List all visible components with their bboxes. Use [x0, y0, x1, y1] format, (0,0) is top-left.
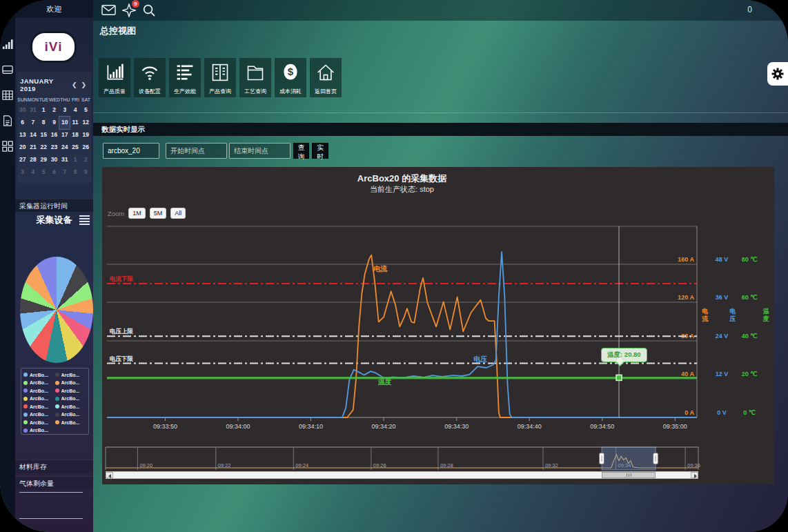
search-icon[interactable]	[143, 4, 155, 19]
calendar-day[interactable]: 22	[39, 141, 49, 154]
legend-item[interactable]: ArcBo...	[55, 371, 87, 379]
tile-process-query[interactable]: 工艺查询	[239, 58, 271, 97]
calendar-day[interactable]: 14	[28, 129, 38, 141]
calendar-day[interactable]: 8	[39, 117, 49, 129]
mail-icon[interactable]	[101, 4, 116, 19]
calendar-day[interactable]: 15	[39, 129, 49, 141]
calendar-day[interactable]: 9	[81, 166, 91, 179]
chart-menu-icon[interactable]	[79, 215, 90, 225]
calendar-day[interactable]: 4	[28, 166, 38, 179]
navigator-handle[interactable]	[653, 453, 658, 464]
table-icon[interactable]	[2, 89, 13, 101]
tile-device-config[interactable]: 设备配置	[134, 58, 166, 97]
calendar-day[interactable]: 26	[81, 141, 91, 154]
welcome-label: 欢迎	[15, 0, 93, 18]
legend-item[interactable]: ArcBo...	[23, 403, 55, 411]
calendar-day[interactable]: 7	[28, 117, 38, 129]
calendar-day[interactable]: 5	[81, 104, 91, 117]
calendar-day[interactable]: 3	[17, 166, 28, 179]
legend-item[interactable]: ArcBo...	[55, 411, 87, 419]
legend-item[interactable]: ArcBo...	[23, 411, 55, 419]
calendar-day[interactable]: 5	[39, 166, 49, 179]
document-icon[interactable]	[2, 115, 13, 127]
drive-icon[interactable]	[2, 63, 13, 76]
svg-text:09:33:50: 09:33:50	[153, 423, 177, 430]
calendar-day[interactable]: 30	[49, 154, 59, 166]
scrollbar-right-arrow[interactable]	[691, 472, 698, 478]
calendar-day[interactable]: 18	[70, 129, 80, 141]
calendar-day-selected[interactable]: 10	[59, 117, 70, 129]
navigator-selection[interactable]	[602, 447, 656, 470]
svg-text:0 A: 0 A	[684, 409, 694, 416]
tile-product-quality[interactable]: 产品质量	[99, 58, 130, 97]
calendar-day[interactable]: 31	[59, 154, 70, 166]
device-pie-chart[interactable]	[20, 257, 93, 363]
legend-item[interactable]: ArcBo...	[55, 395, 87, 403]
chart-scrollbar[interactable]	[106, 471, 698, 479]
calendar-day[interactable]: 29	[39, 154, 49, 166]
calendar-day[interactable]: 6	[17, 117, 28, 129]
calendar-day[interactable]: 20	[17, 141, 28, 154]
tile-home[interactable]: 返回首页	[310, 58, 342, 97]
tile-cost-consumption[interactable]: $ 成本消耗	[275, 58, 306, 97]
gas-section-header[interactable]: 气体剩余量	[15, 476, 93, 490]
calendar-day[interactable]: 25	[70, 141, 80, 154]
legend-item[interactable]: ArcBo...	[23, 395, 55, 403]
legend-item[interactable]: ArcBo...	[55, 380, 87, 387]
material-section-header[interactable]: 材料库存	[15, 460, 93, 473]
calendar-day[interactable]: 7	[59, 166, 70, 179]
grid-icon[interactable]	[2, 140, 13, 152]
legend-item[interactable]: ArcBo...	[55, 403, 87, 411]
scrollbar-left-arrow[interactable]	[106, 472, 113, 478]
legend-item[interactable]: ArcBo...	[23, 380, 55, 387]
calendar-day[interactable]: 2	[81, 154, 91, 166]
calendar-day[interactable]: 28	[28, 154, 38, 166]
axis-title: 电压	[729, 308, 736, 322]
calendar-day[interactable]: 31	[28, 104, 38, 117]
query-button[interactable]: 查询	[293, 143, 309, 159]
navigator-handle[interactable]	[599, 453, 604, 464]
calendar-day[interactable]: 3	[59, 104, 70, 117]
calendar-day[interactable]: 30	[17, 104, 28, 117]
legend-item[interactable]: ArcBo...	[23, 427, 55, 435]
calendar-day[interactable]: 24	[59, 141, 70, 154]
calendar-day[interactable]: 1	[70, 154, 80, 166]
device-input[interactable]	[103, 143, 159, 159]
calendar-day[interactable]: 11	[70, 117, 80, 129]
chart-panel: ArcBox20 的采集数据 当前生产状态: stop Zoom 1M 5M A…	[102, 167, 774, 484]
calendar-day[interactable]: 27	[17, 154, 28, 166]
calendar-prev-icon[interactable]: ❮	[70, 81, 79, 88]
calendar-day[interactable]: 13	[17, 129, 28, 141]
legend-item[interactable]: ArcBo...	[23, 371, 55, 379]
calendar-day[interactable]: 19	[81, 129, 91, 141]
list-icon	[175, 63, 195, 82]
legend-item[interactable]: ArcBo...	[55, 387, 87, 395]
calendar-day[interactable]: 8	[70, 166, 80, 179]
tile-production-efficiency[interactable]: 生产效能	[169, 58, 201, 97]
calendar-day[interactable]: 1	[39, 104, 49, 117]
legend-item[interactable]: ArcBo...	[55, 419, 87, 426]
calendar-day[interactable]: 4	[70, 104, 80, 117]
chart-plot[interactable]: 09:33:5009:34:0009:34:1009:34:2009:34:30…	[102, 167, 774, 484]
realtime-button[interactable]: 实时	[312, 143, 328, 159]
legend-item[interactable]: ArcBo...	[23, 387, 55, 395]
calendar-day[interactable]: 2	[49, 104, 59, 117]
calendar-day[interactable]: 21	[28, 141, 38, 154]
calendar-day[interactable]: 17	[59, 129, 70, 141]
calendar-day[interactable]: 9	[49, 117, 59, 129]
calendar-day[interactable]: 6	[49, 166, 59, 179]
legend-item[interactable]: ArcBo...	[23, 419, 55, 426]
legend-swatch	[55, 388, 59, 393]
calendar-day[interactable]: 23	[49, 141, 59, 154]
start-time-input[interactable]	[166, 143, 227, 159]
tile-product-query[interactable]: 产品查询	[204, 58, 236, 97]
end-time-input[interactable]	[229, 143, 290, 159]
calendar-day[interactable]: 16	[49, 129, 59, 141]
bar-chart-icon[interactable]	[2, 38, 13, 50]
wifi-icon	[140, 63, 159, 82]
runtime-section-header[interactable]: 采集器运行时间	[15, 199, 93, 212]
settings-tab[interactable]	[767, 62, 788, 86]
calendar-day[interactable]: 12	[81, 117, 91, 129]
calendar-next-icon[interactable]: ❯	[79, 81, 88, 88]
scrollbar-thumb[interactable]	[602, 472, 656, 478]
